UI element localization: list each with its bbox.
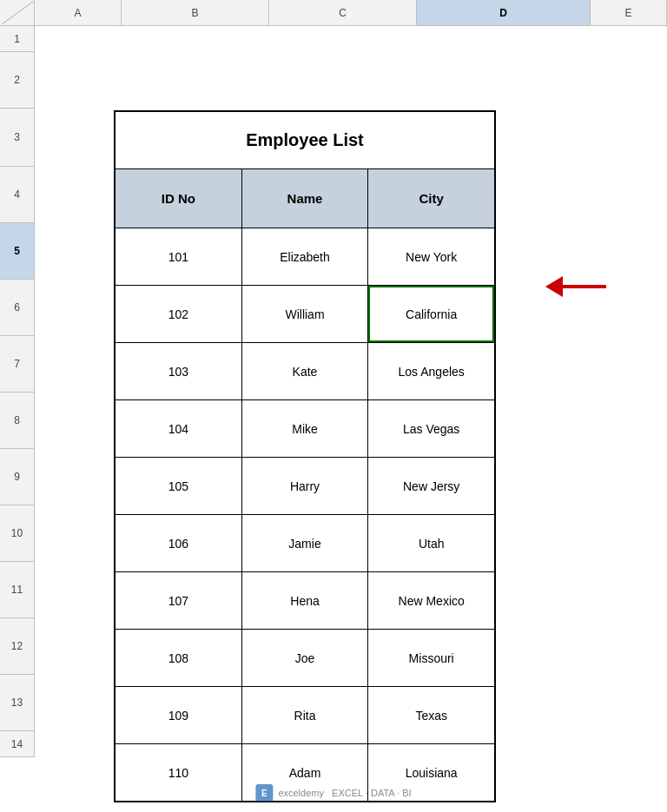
spreadsheet: A B C D E 1 2 3 4 5 6 7 8 9 10 11 12 13 … xyxy=(0,0,667,812)
row-header-2[interactable]: 2 xyxy=(0,52,35,109)
arrow-line xyxy=(563,285,606,288)
row-header-7[interactable]: 7 xyxy=(0,336,35,393)
table-row[interactable]: 104 Mike Las Vegas xyxy=(116,400,494,458)
column-headers: A B C D E xyxy=(35,0,667,26)
table-row[interactable]: 109 Rita Texas xyxy=(116,687,494,744)
table-row[interactable]: 101 Elizabeth New York xyxy=(116,228,494,286)
cell-city-5: New Jersy xyxy=(368,458,494,514)
table-row[interactable]: 106 Jamie Utah xyxy=(116,515,494,572)
table-row[interactable]: 105 Harry New Jersy xyxy=(116,458,494,515)
table-title: Employee List xyxy=(116,112,494,168)
cell-name-3: Kate xyxy=(242,343,369,399)
table-row[interactable]: 103 Kate Los Angeles xyxy=(116,343,494,400)
row-header-3[interactable]: 3 xyxy=(0,109,35,167)
row-header-12[interactable]: 12 xyxy=(0,618,35,675)
arrow-head-icon xyxy=(545,276,563,297)
cell-id-10: 110 xyxy=(116,744,242,801)
row-header-5[interactable]: 5 xyxy=(0,223,35,280)
employee-table: Employee List ID No Name City 101 Elizab… xyxy=(114,110,496,802)
cell-city-9: Texas xyxy=(368,687,494,743)
row-header-4[interactable]: 4 xyxy=(0,167,35,223)
cell-id-8: 108 xyxy=(116,630,242,686)
table-row[interactable]: 102 William California xyxy=(116,286,494,343)
cell-name-6: Jamie xyxy=(242,515,369,571)
cell-name-5: Harry xyxy=(242,458,369,514)
table-title-row: Employee List xyxy=(116,112,494,169)
cell-city-4: Las Vegas xyxy=(368,400,494,457)
col-header-e[interactable]: E xyxy=(591,0,667,26)
cell-name-4: Mike xyxy=(242,400,369,457)
cell-name-7: Hena xyxy=(242,572,369,629)
row-header-11[interactable]: 11 xyxy=(0,562,35,618)
corner-cell xyxy=(0,0,35,26)
row-header-14[interactable]: 14 xyxy=(0,731,35,757)
cell-name-2: William xyxy=(242,286,369,342)
cell-id-4: 104 xyxy=(116,400,242,457)
cell-city-7: New Mexico xyxy=(368,572,494,629)
row-header-13[interactable]: 13 xyxy=(0,675,35,731)
table-row[interactable]: 107 Hena New Mexico xyxy=(116,572,494,630)
cell-id-3: 103 xyxy=(116,343,242,399)
col-header-a[interactable]: A xyxy=(35,0,122,26)
cell-id-9: 109 xyxy=(116,687,242,743)
cell-city-3: Los Angeles xyxy=(368,343,494,399)
table-header-row: ID No Name City xyxy=(116,169,494,228)
cell-name-8: Joe xyxy=(242,630,369,686)
header-id: ID No xyxy=(116,169,242,228)
table-row[interactable]: 108 Joe Missouri xyxy=(116,630,494,687)
row-header-9[interactable]: 9 xyxy=(0,449,35,505)
row-headers: 1 2 3 4 5 6 7 8 9 10 11 12 13 14 xyxy=(0,26,35,757)
row-header-6[interactable]: 6 xyxy=(0,280,35,336)
cell-id-5: 105 xyxy=(116,458,242,514)
col-header-d[interactable]: D xyxy=(417,0,591,26)
cell-id-1: 101 xyxy=(116,228,242,285)
col-header-b[interactable]: B xyxy=(122,0,269,26)
header-name: Name xyxy=(242,169,369,228)
row-header-8[interactable]: 8 xyxy=(0,393,35,449)
row-header-1[interactable]: 1 xyxy=(0,26,35,52)
row-header-10[interactable]: 10 xyxy=(0,505,35,562)
cell-name-9: Rita xyxy=(242,687,369,743)
watermark-text: exceldemy EXCEL · DATA · BI xyxy=(278,788,411,798)
watermark: E exceldemy EXCEL · DATA · BI xyxy=(255,784,411,802)
cell-city-8: Missouri xyxy=(368,630,494,686)
cell-city-6: Utah xyxy=(368,515,494,571)
svg-line-0 xyxy=(2,2,33,24)
red-arrow-indicator xyxy=(545,276,606,297)
col-header-c[interactable]: C xyxy=(269,0,417,26)
watermark-icon: E xyxy=(255,784,273,802)
cell-id-7: 107 xyxy=(116,572,242,629)
header-city: City xyxy=(368,169,494,228)
cell-city-1: New York xyxy=(368,228,494,285)
cell-id-2: 102 xyxy=(116,286,242,342)
cell-name-1: Elizabeth xyxy=(242,228,369,285)
cell-city-2[interactable]: California xyxy=(368,286,494,342)
cell-id-6: 106 xyxy=(116,515,242,571)
